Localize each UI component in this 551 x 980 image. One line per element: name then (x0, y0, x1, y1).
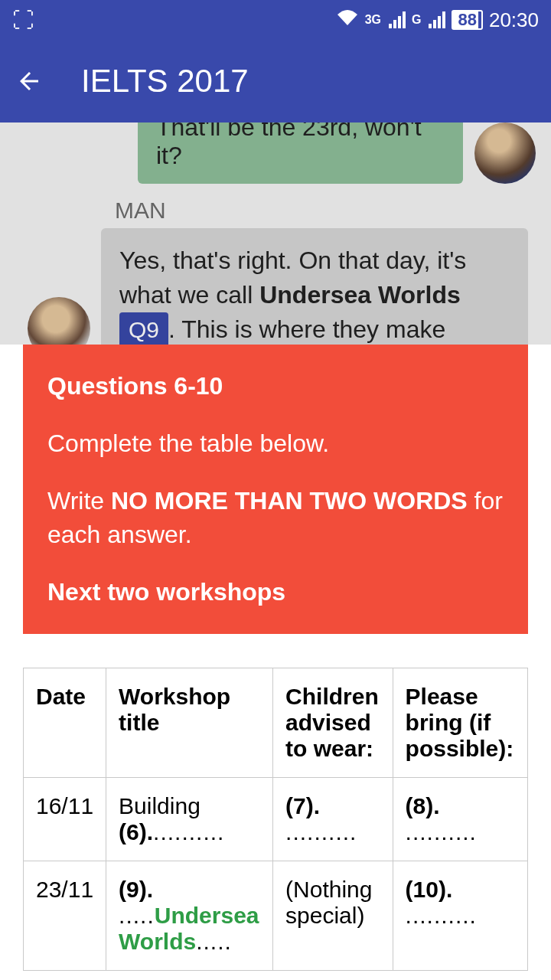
signal-icon-1 (389, 11, 406, 28)
col-title: Workshop title (106, 668, 273, 777)
dots: .......... (153, 819, 224, 844)
table-row: 23/11 (9). .....Undersea Worlds..... (No… (24, 861, 528, 970)
blank-7: (7). (285, 793, 320, 818)
cell-wear: (Nothing special) (273, 861, 393, 970)
chat-bubble-outgoing: That'll be the 23rd, won't it? (138, 122, 463, 184)
cell-title[interactable]: Building (6)........... (106, 777, 273, 861)
table-row: 16/11 Building (6)........... (7). .....… (24, 777, 528, 861)
dots: ..... (119, 903, 155, 928)
avatar-man (28, 297, 90, 345)
panel-line-3: Write NO MORE THAN TWO WORDS for each an… (47, 484, 504, 553)
app-bar: IELTS 2017 (0, 40, 551, 122)
panel-line-2: Complete the table below. (47, 426, 504, 461)
dots: ..... (196, 929, 232, 954)
col-wear: Children advised to wear: (273, 668, 393, 777)
signal-icon-2 (429, 11, 445, 28)
dots: .......... (406, 819, 477, 844)
panel-heading: Questions 6-10 (47, 369, 504, 403)
wifi-icon (336, 8, 359, 32)
avatar-woman (474, 122, 536, 184)
bubble-text-bold: Undersea Worlds (259, 281, 461, 309)
dots: .......... (406, 903, 477, 928)
chat-area[interactable]: That'll be the 23rd, won't it? MAN Yes, … (0, 122, 551, 345)
back-button[interactable] (14, 67, 44, 95)
fullscreen-icon: ⛶ (12, 8, 34, 33)
blank-9: (9). (119, 877, 153, 902)
speaker-label: MAN (115, 198, 551, 224)
instruction-panel: Questions 6-10 Complete the table below.… (23, 345, 528, 634)
col-bring: Please bring (if possible): (393, 668, 527, 777)
clock: 20:30 (489, 8, 539, 32)
question-badge[interactable]: Q9 (119, 312, 168, 345)
panel-line-3-bold: NO MORE THAN TWO WORDS (111, 487, 468, 514)
bubble-text-post: . This is where they make scenes with fi… (119, 315, 471, 345)
table-header-row: Date Workshop title Children advised to … (24, 668, 528, 777)
cell-bring[interactable]: (10). .......... (393, 861, 527, 970)
col-date: Date (24, 668, 106, 777)
cell-date: 23/11 (24, 861, 106, 970)
panel-line-3-pre: Write (47, 487, 111, 514)
chat-bubble-incoming: Yes, that's right. On that day, it's wha… (101, 228, 528, 345)
blank-8: (8). (406, 793, 440, 818)
network-label-1: 3G (365, 13, 381, 27)
dots: .......... (285, 819, 357, 844)
network-label-2: G (412, 13, 421, 27)
cell-date: 16/11 (24, 777, 106, 861)
blank-6: (6). (119, 819, 153, 844)
cell-wear[interactable]: (7). .......... (273, 777, 393, 861)
page-title: IELTS 2017 (81, 63, 249, 100)
blank-10: (10). (406, 877, 453, 902)
cell-bring[interactable]: (8). .......... (393, 777, 527, 861)
cell-title[interactable]: (9). .....Undersea Worlds..... (106, 861, 273, 970)
cell-title-pre: Building (119, 793, 201, 818)
workshop-table: Date Workshop title Children advised to … (23, 668, 528, 971)
panel-subheading: Next two workshops (47, 575, 504, 609)
bubble-text: That'll be the 23rd, won't it? (156, 122, 445, 170)
status-bar: ⛶ 3G G 88 20:30 (0, 0, 551, 40)
workshop-table-wrap: Date Workshop title Children advised to … (23, 668, 528, 971)
battery-indicator: 88 (452, 10, 482, 30)
